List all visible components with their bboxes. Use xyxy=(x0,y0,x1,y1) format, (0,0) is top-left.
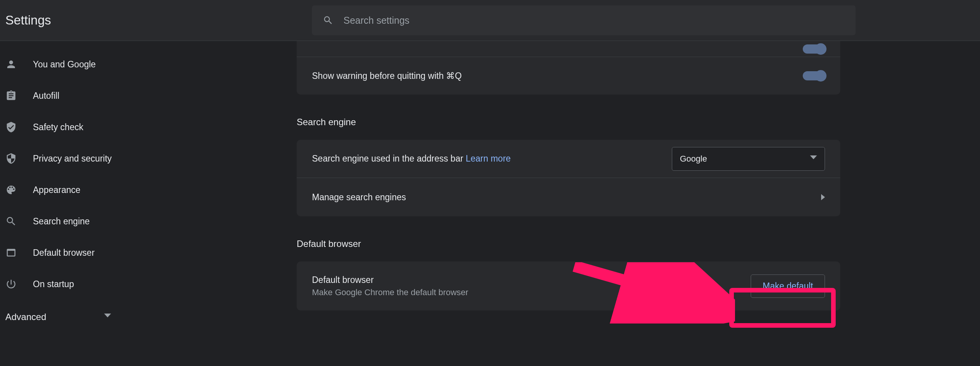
toggle-switch[interactable] xyxy=(803,44,825,54)
default-browser-title: Default browser xyxy=(312,275,468,285)
sidebar-item-on-startup[interactable]: On startup xyxy=(0,268,168,300)
sidebar-item-label: Search engine xyxy=(33,216,90,227)
sidebar-advanced-toggle[interactable]: Advanced xyxy=(0,300,168,334)
power-icon xyxy=(5,278,17,290)
sidebar-item-label: Appearance xyxy=(33,185,80,195)
window-icon xyxy=(5,247,17,258)
toggle-knob xyxy=(815,43,826,55)
palette-icon xyxy=(5,184,17,196)
search-input[interactable] xyxy=(343,15,845,26)
search-settings-box[interactable] xyxy=(312,5,856,35)
learn-more-link[interactable]: Learn more xyxy=(466,154,511,163)
shield-icon xyxy=(5,153,17,164)
sidebar-item-label: Default browser xyxy=(33,248,95,258)
sidebar-item-autofill[interactable]: Autofill xyxy=(0,80,168,111)
search-icon xyxy=(323,15,333,26)
sidebar-item-label: Safety check xyxy=(33,122,83,132)
sidebar-item-appearance[interactable]: Appearance xyxy=(0,174,168,206)
default-browser-text: Default browser Make Google Chrome the d… xyxy=(312,275,468,297)
sidebar: You and Google Autofill Safety check Pri… xyxy=(0,41,168,366)
search-engine-card: Search engine used in the address bar Le… xyxy=(297,140,840,216)
make-default-button[interactable]: Make default xyxy=(751,274,825,298)
sidebar-item-label: You and Google xyxy=(33,59,96,70)
sidebar-item-label: On startup xyxy=(33,279,74,289)
advanced-label: Advanced xyxy=(5,312,46,322)
default-browser-card: Default browser Make Google Chrome the d… xyxy=(297,261,840,310)
shield-check-icon xyxy=(5,121,17,133)
toggle-switch[interactable] xyxy=(803,71,825,80)
search-engine-row[interactable]: Search engine used in the address bar Le… xyxy=(297,140,840,178)
person-icon xyxy=(5,59,17,70)
section-title-default-browser: Default browser xyxy=(297,239,840,249)
chevron-down-icon xyxy=(104,314,111,320)
sidebar-item-privacy[interactable]: Privacy and security xyxy=(0,143,168,174)
dropdown-selected: Google xyxy=(680,154,707,164)
page-title: Settings xyxy=(5,13,51,28)
default-browser-subtitle: Make Google Chrome the default browser xyxy=(312,288,468,297)
chevron-down-icon xyxy=(810,155,817,162)
search-engine-text: Search engine used in the address bar Le… xyxy=(312,154,511,164)
setting-row-partial[interactable] xyxy=(297,41,840,57)
setting-text: Show warning before quitting with ⌘Q xyxy=(312,71,462,81)
search-engine-dropdown[interactable]: Google xyxy=(672,147,825,171)
sidebar-item-search-engine[interactable]: Search engine xyxy=(0,206,168,237)
search-engine-label: Search engine used in the address bar xyxy=(312,154,463,163)
sidebar-item-safety-check[interactable]: Safety check xyxy=(0,111,168,143)
arrow-right-icon xyxy=(821,194,825,200)
sidebar-item-you-and-google[interactable]: You and Google xyxy=(0,49,168,80)
sidebar-item-label: Autofill xyxy=(33,91,59,101)
setting-row-warning[interactable]: Show warning before quitting with ⌘Q xyxy=(297,57,840,95)
settings-header: Settings xyxy=(0,0,980,41)
search-icon xyxy=(5,216,17,227)
clipboard-icon xyxy=(5,90,17,101)
content-area: Show warning before quitting with ⌘Q Sea… xyxy=(168,41,980,366)
manage-search-engines-row[interactable]: Manage search engines xyxy=(297,178,840,216)
toggle-knob xyxy=(815,70,826,82)
manage-search-text: Manage search engines xyxy=(312,192,406,203)
sidebar-item-default-browser[interactable]: Default browser xyxy=(0,237,168,268)
section-title-search-engine: Search engine xyxy=(297,117,840,127)
sidebar-item-label: Privacy and security xyxy=(33,154,112,164)
